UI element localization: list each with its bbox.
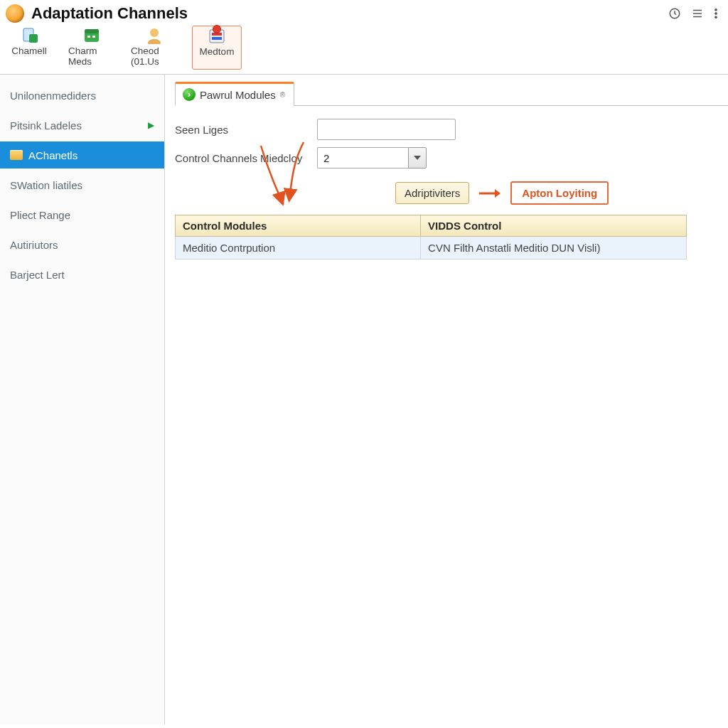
svg-rect-9 bbox=[92, 36, 95, 38]
col-header-control-modules[interactable]: Control Modules bbox=[176, 215, 421, 237]
chevron-right-icon: ▶ bbox=[148, 120, 154, 130]
sidebar-item-barject-lert[interactable]: Barject Lert bbox=[0, 261, 164, 288]
sidebar-item-label: SWation liatiles bbox=[10, 179, 82, 191]
sidebar-item-label: Barject Lert bbox=[10, 269, 65, 281]
play-badge-icon: › bbox=[183, 88, 196, 101]
title-bar-actions bbox=[668, 7, 721, 20]
sidebar-item-label: Unilonenmediders bbox=[10, 90, 96, 102]
sidebar-item-achanetls[interactable]: AChanetls bbox=[0, 141, 164, 168]
table-row[interactable]: Meditio Contrpution CVN Filth Anstatli M… bbox=[176, 237, 687, 259]
seen-label: Seen Liges bbox=[175, 124, 317, 136]
svg-rect-8 bbox=[87, 36, 90, 38]
calendar-icon bbox=[82, 27, 102, 44]
control-label: Control Channels Miedcloy bbox=[175, 152, 317, 164]
sidebar: Unilonenmediders Pitsink Ladeles ▶ AChan… bbox=[0, 75, 165, 724]
form-row-control: Control Channels Miedcloy bbox=[175, 147, 728, 168]
modules-table: Control Modules VIDDS Control Meditio Co… bbox=[175, 215, 687, 259]
toolbar-item-medtom[interactable]: Medtom bbox=[192, 26, 242, 70]
table-header-row: Control Modules VIDDS Control bbox=[176, 215, 687, 237]
arrow-right-icon bbox=[479, 188, 500, 199]
document-icon bbox=[19, 27, 39, 44]
toolbar-item-label: Cheod (01.Us bbox=[131, 46, 178, 67]
action-row: Adriptiviters Apton Loyiting bbox=[395, 181, 728, 205]
app-logo-icon bbox=[6, 4, 24, 23]
svg-rect-14 bbox=[212, 37, 222, 40]
cell-control-modules: Meditio Contrpution bbox=[176, 237, 421, 259]
notification-dot-icon bbox=[213, 25, 221, 33]
user-icon bbox=[144, 27, 164, 44]
svg-point-2 bbox=[715, 13, 717, 15]
sidebar-item-label: Pitsink Ladeles bbox=[10, 119, 82, 132]
sidebar-item-label: AChanetls bbox=[28, 149, 77, 161]
adriptiviters-button[interactable]: Adriptiviters bbox=[395, 182, 469, 204]
sidebar-item-autiriutors[interactable]: Autiriutors bbox=[0, 231, 164, 258]
svg-marker-16 bbox=[495, 189, 500, 198]
sidebar-item-pitsink-ladeles[interactable]: Pitsink Ladeles ▶ bbox=[0, 112, 164, 139]
tab-pawrul-modules[interactable]: › Pawrul Modules® bbox=[175, 82, 294, 106]
sidebar-item-pliect-range[interactable]: Pliect Range bbox=[0, 201, 164, 228]
seen-input[interactable] bbox=[317, 119, 456, 140]
more-icon[interactable] bbox=[714, 7, 718, 20]
toolbar-item-charm-meds[interactable]: Charm Meds bbox=[67, 26, 117, 70]
toolbar-item-chamell[interactable]: Chamell bbox=[4, 26, 54, 70]
toolbar-item-label: Chamell bbox=[11, 46, 47, 56]
svg-rect-7 bbox=[85, 29, 99, 33]
sidebar-item-label: Autiriutors bbox=[10, 239, 58, 251]
col-header-vidds-control[interactable]: VIDDS Control bbox=[421, 215, 687, 237]
control-select bbox=[317, 147, 427, 168]
toolbar-item-label: Charm Meds bbox=[68, 46, 115, 67]
folder-icon bbox=[10, 150, 23, 160]
title-bar: Adaptation Channels bbox=[0, 0, 728, 26]
apton-loyiting-button[interactable]: Apton Loyiting bbox=[510, 181, 609, 205]
list-icon[interactable] bbox=[691, 7, 704, 20]
registered-icon: ® bbox=[280, 91, 285, 99]
svg-rect-5 bbox=[29, 34, 38, 43]
sidebar-item-swation-liatiles[interactable]: SWation liatiles bbox=[0, 171, 164, 198]
tab-label: Pawrul Modules bbox=[200, 89, 276, 101]
svg-point-3 bbox=[715, 16, 717, 18]
sidebar-item-unilonenmediders[interactable]: Unilonenmediders bbox=[0, 82, 164, 109]
toolbar-item-cheod[interactable]: Cheod (01.Us bbox=[129, 26, 179, 70]
toolbar-item-label: Medtom bbox=[200, 46, 235, 57]
svg-point-10 bbox=[150, 28, 159, 37]
control-select-input[interactable] bbox=[317, 147, 408, 168]
chevron-down-icon bbox=[414, 156, 421, 160]
svg-point-1 bbox=[715, 9, 717, 11]
control-select-toggle[interactable] bbox=[408, 147, 427, 168]
toolbar: Chamell Charm Meds Cheod (01.Us Medtom bbox=[0, 26, 728, 75]
main-panel: › Pawrul Modules® Seen Liges Control Cha… bbox=[165, 75, 728, 724]
page-title: Adaptation Channels bbox=[31, 4, 661, 23]
clock-icon[interactable] bbox=[668, 7, 681, 20]
svg-point-11 bbox=[148, 39, 161, 44]
sidebar-item-label: Pliect Range bbox=[10, 209, 70, 221]
form-row-seen: Seen Liges bbox=[175, 119, 728, 140]
module-icon bbox=[207, 28, 227, 45]
main-split: Unilonenmediders Pitsink Ladeles ▶ AChan… bbox=[0, 75, 728, 724]
cell-vidds-control: CVN Filth Anstatli Meditio DUN Visli) bbox=[421, 237, 687, 259]
